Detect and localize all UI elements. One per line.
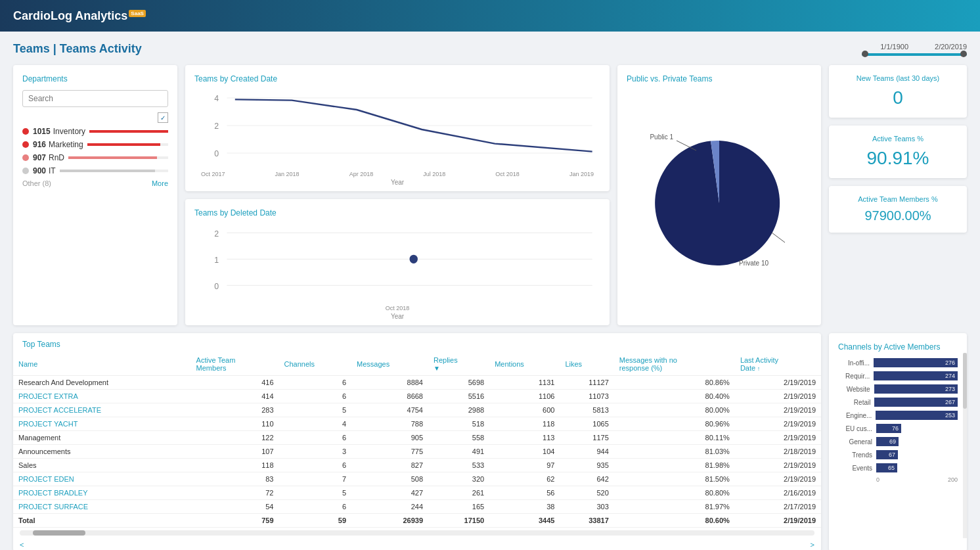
search-input[interactable] xyxy=(22,90,168,107)
bar-fill: 276 xyxy=(874,358,958,367)
table-row: PROJECT SURFACE 5462441653830381.97%2/17… xyxy=(13,500,821,514)
svg-text:1: 1 xyxy=(214,254,219,265)
bar-label: Retail xyxy=(838,399,870,406)
col-likes[interactable]: Likes xyxy=(560,353,613,376)
vertical-scrollbar[interactable] xyxy=(963,353,967,538)
table-row: Sales 11868275339793581.98%2/19/2019 xyxy=(13,459,821,472)
bar-label: Website xyxy=(838,386,870,393)
dept-count: 1015 xyxy=(33,127,51,136)
cell-name[interactable]: PROJECT ACCELERATE xyxy=(13,403,191,417)
dept-dot xyxy=(22,168,29,174)
bar-fill: 273 xyxy=(874,384,958,394)
col-replies[interactable]: Replies▼ xyxy=(428,353,489,376)
cell-name[interactable]: PROJECT EDEN xyxy=(13,472,191,486)
cell-atm: 416 xyxy=(191,376,279,390)
dept-list: 1015 Inventory 916 Marketing xyxy=(22,127,168,175)
page-title-bar: Teams | Teams Activity 1/1/1900 2/20/201… xyxy=(13,42,967,56)
bar-row: Engine... 253 xyxy=(838,411,958,420)
table-row: PROJECT ACCELERATE 283547542988600581380… xyxy=(13,403,821,417)
list-item: 916 Marketing xyxy=(22,140,168,149)
bar-row: EU cus... 76 xyxy=(838,424,958,433)
pie-wrapper: Public 1 Private 10 xyxy=(627,90,812,316)
teams-by-created-chart: 4 2 0 Oct 2017 Jan 2018 Apr 2018 Jul 201… xyxy=(194,90,600,182)
svg-text:4: 4 xyxy=(214,94,219,103)
cell-name[interactable]: PROJECT SURFACE xyxy=(13,500,191,514)
bar-fill: 67 xyxy=(876,450,898,459)
svg-text:Public 1: Public 1 xyxy=(650,133,673,141)
created-svg: 4 2 0 xyxy=(194,90,600,169)
main-grid: Departments ✓ 1015 Inventory 916 xyxy=(13,65,967,325)
departments-card: Departments ✓ 1015 Inventory 916 xyxy=(13,65,177,325)
logo-text: CardioLog Analytics xyxy=(13,9,127,22)
col-channels[interactable]: Channels xyxy=(279,353,352,376)
cell-name[interactable]: PROJECT EXTRA xyxy=(13,390,191,403)
stats-col: New Teams (last 30 days) 0 Active Teams … xyxy=(829,65,967,325)
saas-badge: SaaS xyxy=(129,10,146,17)
departments-title: Departments xyxy=(22,74,168,83)
more-button[interactable]: More xyxy=(152,179,168,187)
date-end: 2/20/2019 xyxy=(935,43,967,51)
deleted-x-labels: Oct 2018 xyxy=(194,305,600,311)
select-all-checkbox[interactable]: ✓ xyxy=(158,112,168,123)
bar-fill: 253 xyxy=(876,411,958,420)
dept-bar xyxy=(60,170,155,172)
new-teams-card: New Teams (last 30 days) 0 xyxy=(829,65,967,118)
other-label: Other (8) xyxy=(22,179,51,187)
col-messages[interactable]: Messages xyxy=(351,353,428,376)
bar-row: General 69 xyxy=(838,437,958,446)
bar-row: Website 273 xyxy=(838,384,958,394)
bar-label: In-offi... xyxy=(838,359,870,367)
page-content: Teams | Teams Activity 1/1/1900 2/20/201… xyxy=(0,32,980,550)
charts-col: Teams by Created Date 4 2 0 xyxy=(185,65,610,325)
table-row: Research And Development 416 6 8884 5698… xyxy=(13,376,821,390)
table-row: Announcements 107377549110494481.03%2/18… xyxy=(13,445,821,459)
teams-by-created-card: Teams by Created Date 4 2 0 xyxy=(185,65,610,191)
horizontal-scrollbar[interactable] xyxy=(20,530,814,536)
dept-bar xyxy=(68,156,157,159)
bar-label: General xyxy=(838,438,872,446)
list-item: 907 RnD xyxy=(22,153,168,162)
nav-next[interactable]: > xyxy=(811,541,814,549)
svg-text:2: 2 xyxy=(214,228,219,239)
table-row: PROJECT EDEN 8375083206264281.50%2/19/20… xyxy=(13,472,821,486)
bar-axis: 0 200 xyxy=(838,476,958,483)
col-date[interactable]: Last ActivityDate xyxy=(735,353,821,376)
col-atm[interactable]: Active TeamMembers xyxy=(191,353,279,376)
scrollbar-thumb[interactable] xyxy=(33,530,85,536)
col-noresp[interactable]: Messages with noresponse (%) xyxy=(614,353,735,376)
col-name[interactable]: Name xyxy=(13,353,191,376)
pie-svg: Public 1 Private 10 xyxy=(640,127,798,279)
cell-name[interactable]: PROJECT BRADLEY xyxy=(13,486,191,500)
dept-bar-container xyxy=(68,156,168,159)
deleted-x-title: Year xyxy=(194,313,600,320)
slider-thumb-left[interactable] xyxy=(862,51,868,57)
deleted-svg: 2 1 0 xyxy=(194,224,600,303)
bottom-grid: Top Teams Name Active TeamMembers Channe… xyxy=(13,333,967,550)
col-mentions[interactable]: Mentions xyxy=(489,353,560,376)
cell-msg: 8884 xyxy=(351,376,428,390)
teams-by-deleted-chart: 2 1 0 Oct 2018 Year xyxy=(194,224,600,316)
teams-by-deleted-card: Teams by Deleted Date 2 1 0 Oct 2018 xyxy=(185,199,610,325)
cell-name: Sales xyxy=(13,459,191,472)
dept-name: RnD xyxy=(49,153,64,162)
created-x-title: Year xyxy=(194,179,600,186)
cell-name: Announcements xyxy=(13,445,191,459)
bar-row: Trends 67 xyxy=(838,450,958,459)
dept-checkbox-row: ✓ xyxy=(22,112,168,123)
svg-line-15 xyxy=(772,233,785,242)
list-item: 1015 Inventory xyxy=(22,127,168,136)
svg-text:0: 0 xyxy=(214,281,219,291)
nav-prev[interactable]: < xyxy=(20,541,24,549)
scrollbar-v-thumb[interactable] xyxy=(963,353,967,409)
date-slider[interactable] xyxy=(862,53,967,56)
cell-name[interactable]: PROJECT YACHT xyxy=(13,417,191,431)
dept-count: 916 xyxy=(33,140,46,149)
date-start: 1/1/1900 xyxy=(880,43,908,51)
dept-bar xyxy=(89,130,168,133)
cell-rep: 5698 xyxy=(428,376,489,390)
cell-ch: 6 xyxy=(279,376,352,390)
bar-chart: In-offi... 276 Requir... 274 Website 273… xyxy=(838,358,958,472)
active-members-value: 97900.00% xyxy=(838,208,958,223)
table-row: Management 1226905558113117580.11%2/19/2… xyxy=(13,431,821,445)
slider-thumb-right[interactable] xyxy=(960,51,967,57)
